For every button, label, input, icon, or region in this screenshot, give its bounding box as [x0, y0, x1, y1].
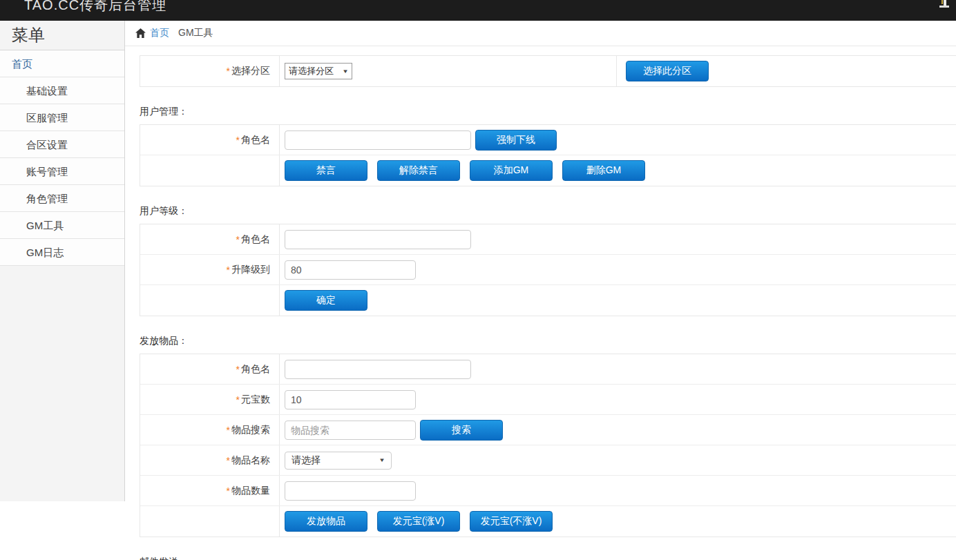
level-confirm-button[interactable]: 确定 [285, 290, 367, 311]
zone-select-label: * 选择分区 [140, 56, 280, 86]
unmute-button[interactable]: 解除禁言 [377, 160, 460, 181]
give-item-box: * 角色名 * 元宝数 * 物品搜索 搜索 [140, 354, 956, 537]
user-level-confirm-label [140, 285, 280, 316]
give-item-actions-label [140, 506, 280, 537]
sidebar-item-gm-tools[interactable]: GM工具 [0, 212, 124, 239]
required-marker: * [236, 234, 240, 245]
select-zone-button[interactable]: 选择此分区 [626, 61, 709, 81]
give-item-section-title: 发放物品： [140, 335, 956, 347]
yuanbao-row: * 元宝数 [140, 385, 956, 415]
required-marker: * [227, 425, 230, 436]
item-search-cell: 搜索 [280, 420, 956, 441]
required-marker: * [236, 364, 240, 375]
cutoff-glyph-base [939, 6, 949, 8]
yuanbao-label: * 元宝数 [140, 385, 280, 414]
user-level-level-row: * 升降级到 [140, 255, 956, 285]
user-mgmt-box: * 角色名 强制下线 禁言 解除禁言 添加GM 删除GM [140, 124, 956, 186]
level-value-input[interactable] [285, 260, 416, 280]
user-level-level-label: * 升降级到 [140, 255, 280, 284]
user-mgmt-role-label: * 角色名 [140, 125, 280, 155]
breadcrumb-home-link[interactable]: 首页 [150, 27, 169, 39]
give-item-actions-row: 发放物品 发元宝(涨V) 发元宝(不涨V) [140, 506, 956, 537]
zone-button-cell: 选择此分区 [617, 61, 956, 81]
required-marker: * [236, 135, 240, 146]
item-search-label: * 物品搜索 [140, 415, 280, 445]
cutoff-glyph-stem [944, 0, 946, 6]
give-item-actions-cell: 发放物品 发元宝(涨V) 发元宝(不涨V) [280, 511, 956, 532]
user-level-level-cell [280, 260, 956, 280]
sidebar-item-home[interactable]: 首页 [0, 50, 124, 77]
user-mgmt-actions-cell: 禁言 解除禁言 添加GM 删除GM [280, 160, 956, 181]
chevron-down-icon: ▼ [342, 68, 349, 75]
cutoff-glyph-gold-bar [941, 0, 943, 4]
give-item-role-input[interactable] [285, 360, 471, 379]
item-name-dropdown[interactable]: 请选择 ▼ [285, 452, 392, 470]
sidebar-item-account-mgmt[interactable]: 账号管理 [0, 158, 124, 185]
give-item-role-cell [280, 360, 956, 379]
required-marker: * [227, 485, 230, 496]
user-level-confirm-row: 确定 [140, 285, 956, 316]
zone-select-row: * 选择分区 请选择分区 ▼ 选择此分区 [140, 56, 956, 86]
zone-select-dropdown[interactable]: 请选择分区 ▼ [285, 63, 352, 79]
user-mgmt-section-title: 用户管理： [140, 106, 956, 118]
user-level-role-cell [280, 230, 956, 249]
give-item-role-label: * 角色名 [140, 354, 280, 384]
zone-select-cell: 请选择分区 ▼ [280, 56, 617, 86]
topbar-cutoff-icon [938, 0, 950, 11]
required-marker: * [227, 264, 230, 276]
chevron-down-icon: ▼ [379, 457, 385, 463]
item-qty-row: * 物品数量 [140, 476, 956, 506]
required-marker: * [227, 66, 230, 77]
item-name-row: * 物品名称 请选择 ▼ [140, 445, 956, 476]
sidebar-title: 菜单 [0, 21, 124, 50]
sidebar-item-role-mgmt[interactable]: 角色管理 [0, 185, 124, 212]
breadcrumb: 首页 GM工具 [125, 21, 956, 46]
force-offline-button[interactable]: 强制下线 [475, 130, 557, 151]
sidebar-item-basic-settings[interactable]: 基础设置 [0, 77, 124, 104]
home-icon [135, 28, 146, 38]
yuanbao-input[interactable] [285, 390, 416, 409]
give-yuanbao-novip-button[interactable]: 发元宝(不涨V) [470, 511, 553, 532]
user-mgmt-role-cell: 强制下线 [280, 130, 956, 151]
user-level-role-input[interactable] [285, 230, 471, 249]
breadcrumb-current-page: GM工具 [178, 27, 213, 39]
item-search-row: * 物品搜索 搜索 [140, 415, 956, 445]
add-gm-button[interactable]: 添加GM [470, 160, 553, 181]
user-level-role-row: * 角色名 [140, 224, 956, 255]
user-level-box: * 角色名 * 升降级到 确定 [140, 224, 956, 316]
user-level-confirm-cell: 确定 [280, 290, 956, 311]
zone-select-box: * 选择分区 请选择分区 ▼ 选择此分区 [140, 55, 956, 87]
remove-gm-button[interactable]: 删除GM [562, 160, 645, 181]
search-button[interactable]: 搜索 [420, 420, 503, 441]
user-mgmt-role-input[interactable] [285, 131, 471, 150]
sidebar-item-server-mgmt[interactable]: 区服管理 [0, 104, 124, 131]
required-marker: * [236, 394, 240, 405]
app-title: TAO.CC传奇后台管理 [24, 0, 166, 15]
item-qty-label: * 物品数量 [140, 476, 280, 505]
sidebar-menu: 首页 基础设置 区服管理 合区设置 账号管理 角色管理 GM工具 GM日志 [0, 50, 124, 266]
required-marker: * [227, 455, 230, 466]
main-content: * 选择分区 请选择分区 ▼ 选择此分区 用户管理： * 角色名 强制 [125, 46, 956, 560]
user-mgmt-actions-label [140, 155, 280, 186]
mail-section-title: 邮件发送： [140, 556, 956, 560]
item-qty-cell [280, 481, 956, 501]
item-qty-input[interactable] [285, 481, 416, 501]
user-level-section-title: 用户等级： [140, 205, 956, 218]
topbar: TAO.CC传奇后台管理 [0, 0, 956, 21]
sidebar-item-merge-settings[interactable]: 合区设置 [0, 131, 124, 158]
item-name-cell: 请选择 ▼ [280, 452, 956, 470]
give-yuanbao-vip-button[interactable]: 发元宝(涨V) [377, 511, 460, 532]
user-level-role-label: * 角色名 [140, 224, 280, 254]
yuanbao-cell [280, 390, 956, 409]
item-search-input[interactable] [285, 421, 416, 440]
mute-button[interactable]: 禁言 [285, 160, 367, 181]
sidebar-item-gm-logs[interactable]: GM日志 [0, 239, 124, 266]
user-mgmt-role-row: * 角色名 强制下线 [140, 125, 956, 155]
user-mgmt-actions-row: 禁言 解除禁言 添加GM 删除GM [140, 155, 956, 186]
give-item-button[interactable]: 发放物品 [285, 511, 367, 532]
item-name-label: * 物品名称 [140, 445, 280, 475]
sidebar: 菜单 首页 基础设置 区服管理 合区设置 账号管理 角色管理 GM工具 GM日志 [0, 21, 125, 501]
give-item-role-row: * 角色名 [140, 354, 956, 385]
